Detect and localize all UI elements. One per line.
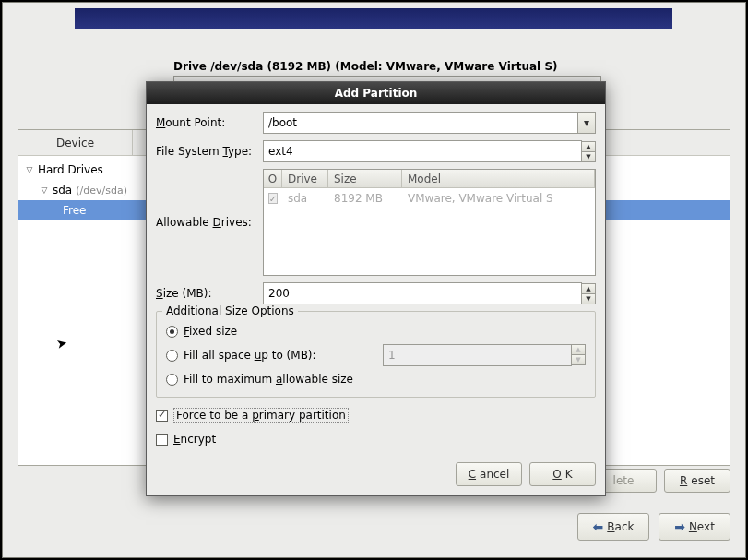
size-options-group: Additional Size Options Fixed size Fill … — [156, 311, 596, 398]
expander-icon[interactable]: ▽ — [24, 164, 35, 175]
drive-name: sda — [282, 192, 328, 205]
mnemonic: M — [156, 116, 165, 129]
mnemonic: p — [252, 409, 259, 422]
mnemonic: S — [156, 287, 163, 300]
back-button[interactable]: ⬅ Back — [577, 513, 649, 541]
drive-check[interactable]: ✓ — [264, 193, 282, 204]
label-rest: ext — [697, 520, 715, 533]
checkbox-label: Force to be a primary partition — [173, 408, 349, 423]
label-pre: Fill to maximum — [184, 373, 276, 386]
mount-point-row: Mount Point: ▾ — [156, 112, 596, 134]
size-row: Size (MB): ▲ ▼ — [156, 282, 596, 304]
chevron-down-icon[interactable]: ▼ — [581, 151, 596, 162]
label-rest: ype: — [228, 145, 252, 158]
arrow-right-icon: ➡ — [674, 519, 685, 534]
mount-point-dropdown[interactable]: ▾ — [577, 112, 596, 134]
tree-label: sda — [53, 184, 72, 197]
fill-up-field — [388, 349, 566, 362]
tree-label: Free — [63, 204, 86, 217]
mnemonic: C — [469, 468, 476, 481]
checkbox-icon[interactable] — [156, 410, 168, 422]
drive-info-label: Drive /dev/sda (8192 MB) (Model: VMware,… — [173, 60, 558, 73]
size-spinner[interactable]: ▲ ▼ — [581, 283, 596, 304]
nav-buttons: ⬅ Back ➡ Next — [577, 513, 730, 541]
mnemonic: O — [552, 468, 561, 481]
allowable-drives-list[interactable]: O Drive Size Model ✓ sda 8192 MB VMware,… — [263, 169, 596, 276]
label-rest: K — [565, 468, 573, 481]
fill-up-spin-buttons: ▲ ▼ — [571, 344, 586, 366]
radio-fill-max[interactable]: Fill to maximum allowable size — [166, 367, 586, 391]
spin-down-icon: ▼ — [571, 354, 586, 365]
mnemonic: R — [680, 474, 687, 487]
radio-icon[interactable] — [166, 374, 178, 386]
col-check[interactable]: O — [264, 170, 282, 187]
size-label: Size (MB): — [156, 287, 263, 300]
spin-down-icon[interactable]: ▼ — [581, 293, 596, 304]
check-icon: ✓ — [268, 193, 278, 204]
radio-label: Fill to maximum allowable size — [184, 373, 353, 386]
col-size[interactable]: Size — [328, 170, 402, 187]
top-banner — [75, 8, 672, 29]
label-rest: llowable size — [282, 373, 353, 386]
expander-icon[interactable]: ▽ — [39, 185, 50, 196]
fstype-value: ext4 — [268, 145, 293, 158]
radio-fill-up-to[interactable]: Fill all space up to (MB): ▲ ▼ — [166, 343, 586, 367]
dialog-body: Mount Point: ▾ File System Type: ext4 ▲ … — [147, 104, 605, 495]
fill-up-input — [383, 344, 572, 366]
next-button[interactable]: ➡ Next — [659, 513, 730, 541]
label-pre: Fill all space — [184, 349, 255, 362]
check-primary[interactable]: Force to be a primary partition — [156, 403, 596, 427]
size-field[interactable] — [268, 287, 576, 300]
label-rest: rives: — [221, 216, 252, 229]
dialog-footer: Cancel OK — [156, 457, 596, 486]
footer-buttons: lete Reset — [590, 469, 730, 493]
checkbox-label: Encrypt — [173, 433, 216, 446]
label-rest: ancel — [480, 468, 509, 481]
cancel-button[interactable]: Cancel — [456, 462, 522, 486]
drive-model: VMware, VMware Virtual S — [402, 192, 595, 205]
label-rest: ount Point: — [165, 116, 225, 129]
size-input[interactable] — [263, 282, 582, 304]
label-pre: Force to be a — [176, 409, 252, 422]
drive-size: 8192 MB — [328, 192, 402, 205]
checkbox-icon[interactable] — [156, 434, 168, 446]
installer-window: Drive /dev/sda (8192 MB) (Model: VMware,… — [2, 2, 746, 558]
mnemonic: D — [213, 216, 221, 229]
tree-label: Hard Drives — [38, 163, 103, 176]
reset-button[interactable]: Reset — [664, 469, 730, 493]
label-rest: p to (MB): — [261, 349, 315, 362]
drive-row-sda[interactable]: ✓ sda 8192 MB VMware, VMware Virtual S — [264, 188, 595, 209]
col-model[interactable]: Model — [402, 170, 595, 187]
radio-icon[interactable] — [166, 326, 178, 338]
ok-button[interactable]: OK — [529, 462, 596, 486]
arrow-left-icon: ⬅ — [593, 519, 604, 534]
label-rest: ncrypt — [181, 433, 217, 446]
allowable-drives-label: Allowable Drives: — [156, 216, 263, 229]
mount-point-input[interactable] — [263, 112, 578, 134]
chevron-down-icon: ▾ — [584, 116, 589, 129]
radio-label: Fill all space up to (MB): — [184, 349, 316, 362]
mount-point-field[interactable] — [268, 116, 573, 129]
radio-icon[interactable] — [166, 350, 178, 362]
col-drive[interactable]: Drive — [282, 170, 328, 187]
fstype-row: File System Type: ext4 ▲ ▼ — [156, 140, 596, 162]
label-rest: eset — [691, 474, 715, 487]
group-title: Additional Size Options — [162, 304, 298, 317]
fstype-combo[interactable]: ext4 — [263, 140, 582, 162]
mnemonic: E — [173, 433, 181, 446]
device-column-header[interactable]: Device — [18, 130, 133, 155]
tree-path-label: (/dev/sda) — [76, 185, 127, 197]
mount-point-label: Mount Point: — [156, 116, 263, 129]
drives-header: O Drive Size Model — [264, 170, 595, 188]
radio-label: Fixed size — [184, 325, 237, 338]
check-encrypt[interactable]: Encrypt — [156, 427, 596, 451]
fill-up-spinner: ▲ ▼ — [383, 344, 586, 366]
fstype-buttons[interactable]: ▲ ▼ — [581, 141, 596, 162]
allowable-drives-row: Allowable Drives: O Drive Size Model ✓ s… — [156, 169, 596, 276]
radio-fixed-size[interactable]: Fixed size — [166, 319, 586, 343]
mnemonic: B — [607, 520, 614, 533]
label-rest: ack — [615, 520, 635, 533]
dialog-title: Add Partition — [147, 82, 605, 104]
label-pre: Allowable — [156, 216, 213, 229]
fstype-label: File System Type: — [156, 145, 263, 158]
